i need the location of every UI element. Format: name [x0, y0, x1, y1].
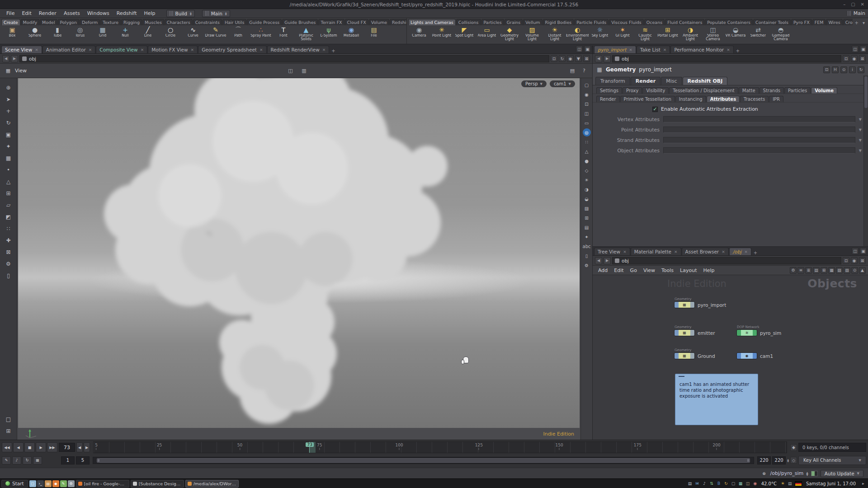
close-tab-icon[interactable] — [726, 47, 730, 52]
menu-item[interactable]: Edit — [611, 267, 627, 274]
current-frame-field[interactable]: 73 — [59, 443, 75, 452]
chevron-down-icon[interactable]: ▼ — [859, 138, 862, 142]
close-tab-icon[interactable] — [722, 249, 725, 254]
handles-icon[interactable]: ✚ — [4, 235, 14, 245]
pin-pane-icon[interactable]: ⊡ — [843, 257, 849, 264]
shelf-tab[interactable]: Oceans — [644, 19, 665, 25]
info-icon[interactable]: i — [849, 66, 856, 73]
parameter-tab[interactable]: Misc — [661, 77, 682, 85]
close-tab-icon[interactable] — [89, 47, 92, 52]
shelf-tab[interactable]: Guide Brushes — [282, 19, 318, 25]
shelf-tab[interactable]: Lights and Cameras — [408, 19, 456, 25]
parameter-subtab[interactable]: Volume — [811, 87, 837, 94]
params-scrollbar[interactable] — [863, 75, 868, 246]
pane-tab[interactable]: Redshift RenderView — [267, 46, 330, 53]
menu-item[interactable]: Layout — [677, 267, 700, 274]
network-node[interactable]: ◉ cam1 — [736, 348, 773, 359]
shelf-tool[interactable]: ☼ Sky Light — [589, 26, 611, 42]
pane-split-icon[interactable]: ◫ — [852, 46, 859, 52]
global-end-field[interactable]: 220 — [772, 456, 786, 465]
shaded-mode-icon[interactable]: ● — [583, 157, 591, 165]
parameter-tab[interactable]: Redshift OBJ — [683, 77, 728, 85]
parameter-subtab[interactable]: Render — [596, 96, 620, 102]
chevron-down-icon[interactable]: ▼ — [859, 149, 862, 153]
shelf-tab[interactable]: Pyro FX — [791, 19, 812, 25]
network-node[interactable]: Geometry ▦ Ground — [674, 348, 715, 359]
parameter-tab[interactable]: Transform — [595, 77, 630, 85]
visualizers-icon[interactable]: ✦ — [583, 233, 591, 241]
shadows-icon[interactable]: ◑ — [583, 185, 591, 193]
close-tab-icon[interactable] — [322, 47, 326, 52]
rotate-tool-icon[interactable]: ↻ — [4, 118, 14, 128]
pane-maximize-icon[interactable]: ▣ — [860, 46, 867, 52]
parameter-subtab[interactable]: Matte — [739, 87, 759, 94]
node-display-flag[interactable] — [737, 353, 741, 359]
shelf-tool[interactable]: ⌒ Path — [227, 26, 250, 42]
spinner-arrows-icon[interactable] — [787, 459, 789, 462]
shelf-tool[interactable]: ◓ Gamepad Camera — [769, 26, 792, 42]
shelf-tab[interactable]: Particle Fluids — [574, 19, 609, 25]
taskbar-window-button[interactable]: [oil fire - Google-Suc... — [76, 480, 129, 488]
play-button[interactable]: ▶ — [36, 442, 46, 452]
shelf-tool[interactable]: ◐ Environment Light — [566, 26, 589, 42]
parameter-subtab[interactable]: Settings — [596, 87, 622, 94]
updates-tray-icon[interactable]: ↻ — [723, 480, 730, 487]
follow-selection-icon[interactable]: ◉ — [567, 55, 574, 62]
back-arrow-icon[interactable]: ◀ — [595, 257, 602, 264]
show-desktop-icon[interactable]: ▢ — [29, 480, 36, 487]
pane-maximize-icon[interactable]: ▣ — [860, 248, 867, 254]
memory-gauge-icon[interactable]: ▯ — [4, 271, 14, 281]
shelf-tab[interactable]: Characters — [165, 19, 193, 25]
shelf-tab[interactable]: Deform — [80, 19, 100, 25]
parameter-subtab[interactable]: Strands — [760, 87, 784, 94]
menu-item[interactable]: Help — [140, 9, 159, 17]
chevron-down-icon[interactable]: ▼ — [859, 117, 862, 122]
node-body[interactable]: ▦ — [674, 301, 695, 308]
shelf-tool[interactable]: ▣ Box — [1, 26, 24, 42]
close-tab-icon[interactable] — [191, 47, 194, 52]
shelf-tab[interactable]: Volume — [369, 19, 389, 25]
shelf-tab[interactable]: Model — [40, 19, 57, 25]
points-display-icon[interactable]: ∷ — [4, 224, 14, 234]
pane-split-icon[interactable]: ◫ — [852, 248, 859, 254]
node-selectable-flag[interactable] — [690, 330, 694, 336]
shelf-tab[interactable]: Viscous Fluids — [609, 19, 644, 25]
stop-button[interactable]: ■ — [24, 442, 35, 452]
node-selectable-flag[interactable] — [690, 353, 694, 359]
weather-tray-icon[interactable]: ☀ — [779, 480, 786, 487]
menu-item[interactable]: Edit — [18, 9, 35, 17]
shelf-tool[interactable]: ⊞ Portal Light — [656, 26, 679, 42]
notes-tray-icon[interactable]: ▤ — [787, 480, 793, 487]
new-pane-tab-button[interactable]: + — [734, 48, 741, 53]
follow-selection-icon[interactable]: ◉ — [851, 257, 858, 264]
node-display-flag[interactable] — [675, 353, 679, 359]
desktop-selector[interactable]: Build — [166, 10, 195, 17]
follow-selection-icon[interactable]: ◉ — [851, 55, 858, 62]
prev-frame-button[interactable]: ◀ — [76, 442, 83, 452]
lock-path-icon[interactable]: ⊠ — [859, 257, 866, 264]
menu-item[interactable]: File — [3, 9, 18, 17]
menu-item[interactable]: Render — [35, 9, 60, 17]
parameter-subtab[interactable]: Proxy — [623, 87, 642, 94]
shelf-tab[interactable]: Rigging — [121, 19, 142, 25]
network-path-field[interactable]: obj — [612, 257, 841, 264]
shelf-tab[interactable]: Grains — [505, 19, 523, 25]
network-tools-icon[interactable]: ⚙ — [790, 267, 797, 274]
disk-tray-icon[interactable]: ◫ — [745, 480, 751, 487]
new-pane-tab-button[interactable]: + — [752, 250, 759, 255]
pin-pane-icon[interactable]: ⊡ — [843, 55, 849, 62]
close-tab-icon[interactable] — [259, 47, 263, 52]
shelf-tab[interactable]: Collisions — [456, 19, 481, 25]
maximize-button[interactable]: ▢ — [851, 2, 855, 7]
recook-icon[interactable]: ↻ — [858, 66, 864, 73]
view-tool-icon[interactable]: ⊕ — [4, 83, 14, 93]
pane-tab[interactable]: Performance Monitor — [670, 46, 733, 53]
params-path-field[interactable]: obj — [612, 55, 841, 62]
keyframe-filter-icon[interactable]: ◆ — [790, 444, 797, 451]
shelf-tool[interactable]: ◑ Ambient Light — [679, 26, 702, 42]
sticky-collapse-icon[interactable] — [679, 376, 684, 377]
volume-tray-icon[interactable]: ♪ — [701, 480, 708, 487]
close-tab-icon[interactable] — [744, 249, 748, 254]
network-tray-icon[interactable]: ⇅ — [708, 480, 715, 487]
range-bar[interactable] — [97, 458, 750, 463]
